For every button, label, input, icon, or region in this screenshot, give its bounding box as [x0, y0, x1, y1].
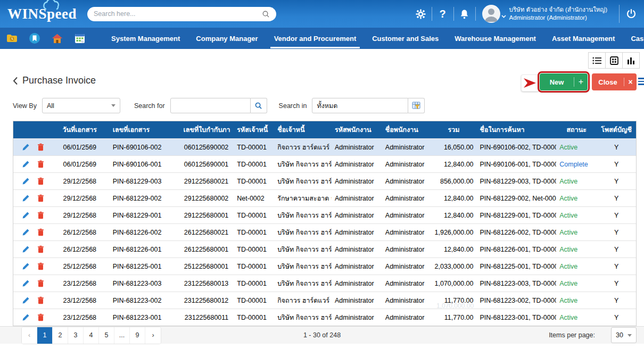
search-in-filter-button[interactable] — [408, 98, 425, 113]
plus-icon[interactable]: + — [574, 77, 588, 87]
edit-pencil-icon[interactable] — [22, 313, 30, 321]
logout-power-icon[interactable] — [626, 9, 637, 19]
edit-pencil-icon[interactable] — [22, 211, 30, 219]
column-header-4[interactable]: รหัสเจ้าหนี้ — [234, 124, 274, 135]
cell-vendor_name: บริษัท กิจถาวร ฮาร์ดแวร์ — [274, 261, 332, 272]
list-view-icon[interactable] — [588, 52, 606, 69]
table-row[interactable]: 29/12/2568PIN-681229-001291225680001TD-0… — [13, 206, 636, 223]
back-chevron-icon[interactable] — [13, 77, 18, 85]
edit-pencil-icon[interactable] — [22, 194, 30, 202]
cell-vendor_name: บริษัท กิจถาวร ฮาร์ดแวร์ — [274, 312, 332, 323]
column-header-6[interactable]: รหัสพนักงาน — [332, 124, 382, 135]
home-icon[interactable] — [52, 34, 63, 44]
delete-trash-icon[interactable] — [37, 296, 44, 304]
cell-emp_name: Administrator — [382, 144, 431, 151]
column-header-1[interactable]: วันที่เอกสาร — [53, 124, 106, 135]
column-header-3[interactable]: เลขที่ใบกำกับภา — [178, 124, 234, 135]
menu-hamburger-icon[interactable] — [638, 78, 644, 85]
delete-trash-icon[interactable] — [37, 211, 44, 219]
close-button[interactable]: Close × — [592, 73, 637, 90]
table-row[interactable]: 29/12/2568PIN-681229-002291225680002Net-… — [13, 189, 636, 206]
table-row[interactable]: 06/01/2569PIN-690106-001060125690001TD-0… — [13, 155, 636, 172]
cell-tax_no: 231225680011 — [178, 314, 234, 321]
cell-total: 2,033,000.00 — [431, 263, 477, 270]
search-in-input[interactable] — [312, 98, 408, 113]
cell-posted: Y — [597, 314, 636, 321]
help-icon[interactable]: ? — [432, 8, 453, 20]
nav-item-2[interactable]: Vendor and Procurement — [266, 28, 365, 49]
delete-trash-icon[interactable] — [37, 262, 44, 270]
chart-view-icon[interactable] — [622, 52, 640, 69]
nav-item-1[interactable]: Company Manager — [188, 28, 266, 49]
nav-item-3[interactable]: Customer and Sales — [364, 28, 447, 49]
delete-trash-icon[interactable] — [37, 245, 44, 253]
row-actions — [13, 262, 53, 270]
table-row[interactable]: 23/12/2568PIN-681223-002231225680012TD-0… — [13, 292, 636, 309]
nav-item-4[interactable]: Warehouse Management — [447, 28, 544, 49]
edit-pencil-icon[interactable] — [22, 228, 30, 236]
table-row[interactable]: 29/12/2568PIN-681229-003291225680021TD-0… — [13, 172, 636, 189]
edit-pencil-icon[interactable] — [22, 245, 30, 253]
cell-emp_code: Administrator — [332, 280, 382, 287]
delete-trash-icon[interactable] — [37, 228, 44, 236]
cell-status: Active — [556, 280, 597, 287]
table-row[interactable]: 25/12/2568PIN-681225-001251225680001TD-0… — [13, 257, 636, 275]
column-header-5[interactable]: ชื่อเจ้าหนี้ — [274, 124, 332, 135]
bookmark-icon[interactable] — [29, 33, 40, 44]
calendar-grid-icon[interactable] — [75, 34, 85, 44]
column-header-8[interactable]: รวม — [431, 124, 477, 135]
nav-item-6[interactable]: Cash Management — [623, 28, 644, 49]
delete-trash-icon[interactable] — [37, 194, 44, 202]
table-header-row: วันที่เอกสารเลขที่เอกสารเลขที่ใบกำกับภาร… — [13, 121, 636, 138]
column-header-2[interactable]: เลขที่เอกสาร — [106, 124, 178, 135]
column-header-10[interactable]: สถานะ — [556, 124, 597, 135]
table-row[interactable]: 26/12/2568PIN-681226-001261225680001TD-0… — [13, 240, 636, 257]
recent-documents-icon[interactable] — [6, 34, 18, 43]
delete-trash-icon[interactable] — [37, 279, 44, 287]
cell-vendor_code: TD-00001 — [234, 263, 274, 270]
search-for-input[interactable] — [170, 98, 251, 113]
global-search-input[interactable] — [94, 10, 262, 18]
cell-status: Active — [556, 212, 597, 219]
delete-trash-icon[interactable] — [37, 143, 44, 151]
table-row[interactable]: 26/12/2568PIN-681226-002261225680021TD-0… — [13, 223, 636, 240]
edit-pencil-icon[interactable] — [22, 262, 30, 270]
table-row[interactable]: 23/12/2568PIN-681223-001231225680011TD-0… — [13, 309, 636, 326]
app-logo: WINSpeed — [7, 6, 78, 22]
cell-emp_name: Administrator — [382, 212, 431, 219]
cell-total: 11,770.00 — [431, 314, 477, 321]
delete-trash-icon[interactable] — [37, 160, 44, 168]
column-header-9[interactable]: ชื่อในการค้นหา — [477, 124, 557, 135]
table-row[interactable]: 23/12/2568PIN-681223-003231225680013TD-0… — [13, 275, 636, 292]
row-actions — [13, 296, 53, 304]
user-menu[interactable]: บริษัท ตัวอย่าง จำกัด (สำนักงานใหญ่) Adm… — [482, 5, 607, 23]
nav-item-5[interactable]: Asset Management — [544, 28, 623, 49]
edit-pencil-icon[interactable] — [22, 177, 30, 185]
new-button[interactable]: New + — [540, 73, 588, 90]
search-for-button[interactable] — [251, 98, 267, 113]
view-by-select[interactable]: All — [42, 98, 120, 113]
edit-pencil-icon[interactable] — [22, 279, 30, 287]
nav-item-0[interactable]: System Management — [103, 28, 188, 49]
search-icon[interactable] — [262, 10, 270, 18]
delete-trash-icon[interactable] — [37, 313, 44, 321]
close-x-icon[interactable]: × — [624, 78, 637, 86]
grid-view-icon[interactable] — [605, 52, 623, 69]
cell-doc_no: PIN-681229-001 — [106, 212, 178, 219]
notifications-bell-icon[interactable] — [454, 9, 475, 19]
settings-gear-icon[interactable] — [410, 9, 432, 19]
column-header-11[interactable]: โพสต์บัญชี — [597, 124, 636, 135]
edit-pencil-icon[interactable] — [22, 143, 30, 151]
edit-pencil-icon[interactable] — [22, 296, 30, 304]
search-in-label: Search in — [279, 102, 307, 110]
items-per-page-select[interactable]: 30 — [611, 327, 637, 343]
edit-pencil-icon[interactable] — [22, 160, 30, 168]
cell-posted: Y — [597, 144, 636, 151]
delete-trash-icon[interactable] — [37, 177, 44, 185]
page-title: Purchase Invoice — [22, 75, 96, 86]
column-header-7[interactable]: ชื่อพนักงาน — [382, 124, 431, 135]
table-row[interactable]: 06/01/2569PIN-690106-002060125690002TD-0… — [13, 138, 636, 155]
cell-total: 856,000.00 — [431, 178, 477, 185]
caret-down-icon — [111, 104, 115, 107]
cell-status: Complete — [556, 161, 597, 168]
